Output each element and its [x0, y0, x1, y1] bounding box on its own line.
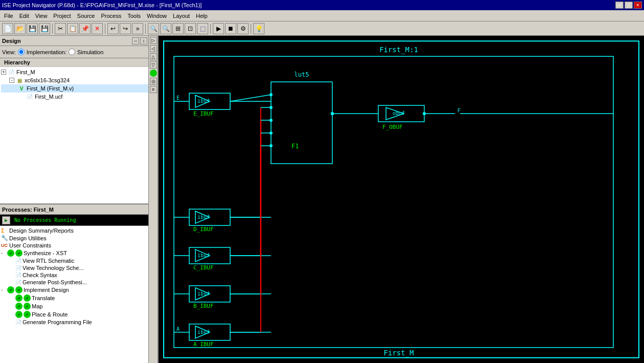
menu-view[interactable]: View — [32, 12, 51, 20]
design-header: Design ↔ ↕ ✕ — [0, 36, 158, 46]
side-btn-2[interactable]: ◁ — [150, 45, 157, 52]
side-btn-6[interactable]: ≡ — [150, 86, 157, 93]
proc-implement-label: Implement Design — [24, 287, 69, 293]
green-check-pr: ✓ — [15, 311, 23, 318]
tree-expand-first-m[interactable]: + — [1, 70, 6, 75]
open-btn[interactable]: 📂 — [14, 23, 26, 34]
zoom-btn[interactable]: 🔍 — [160, 23, 171, 34]
proc-view-tech-label: View Technology Sche... — [23, 265, 83, 271]
side-btn-5[interactable]: ◎ — [150, 78, 157, 85]
ucf-icon: 📄 — [26, 93, 34, 100]
toolbar: 📄 📂 💾 💾 ✂ 📋 📌 ✕ ↩ ↪ » 🔍 🔍 ⊞ ⊡ ⬚ ▶ ⏹ ⚙ 💡 — [0, 21, 644, 36]
paste-btn[interactable]: 📌 — [79, 23, 91, 34]
menu-process[interactable]: Process — [98, 12, 124, 20]
menu-project[interactable]: Project — [50, 12, 74, 20]
proc-user-constraints[interactable]: UC User Constraints — [1, 242, 157, 249]
chip-icon-xc6slx16: ▦ — [15, 77, 24, 84]
menu-source[interactable]: Source — [74, 12, 98, 20]
syntax-icon: 📄 — [15, 273, 21, 278]
menu-layout[interactable]: Layout — [170, 12, 193, 20]
process-tree-area: Σ Design Summary/Reports 🔧 Design Utilit… — [0, 226, 158, 363]
expand-implement[interactable]: - — [1, 287, 7, 292]
maximize-btn[interactable]: □ — [625, 2, 633, 9]
settings-btn[interactable]: ⚙ — [237, 23, 249, 34]
menu-help[interactable]: Help — [193, 12, 211, 20]
proc-place-route[interactable]: ✓ ✓ Place & Route — [1, 310, 157, 319]
uc-icon: UC — [1, 243, 9, 248]
tree-label-xc6slx16: xc6slx16-3csg324 — [25, 77, 70, 83]
main-content: Design ↔ ↕ ✕ View: Implementation: Simul… — [0, 36, 644, 363]
redo-btn[interactable]: ↪ — [120, 23, 131, 34]
proc-check-syntax[interactable]: 📄 Check Syntax — [1, 271, 157, 279]
cut-btn[interactable]: ✂ — [55, 23, 66, 34]
proc-translate-label: Translate — [32, 295, 55, 301]
simulation-tab[interactable]: Simulation — [77, 49, 103, 55]
view-label: View: — [2, 49, 16, 55]
title-bar-title: ISE Project Navigator (P.68d) - E:\FPGA\… — [2, 2, 202, 8]
proc-gen-post[interactable]: 📄 Generate Post-Synthesi... — [1, 279, 157, 286]
simulation-radio[interactable] — [69, 49, 75, 55]
top-label: First_M:1 — [380, 46, 418, 54]
proc-translate[interactable]: ✓ ✓ Translate — [1, 294, 157, 302]
proc-view-rtl[interactable]: 📄 View RTL Schematic — [1, 257, 157, 264]
undo-btn[interactable]: ↩ — [107, 23, 119, 34]
tree-first-m[interactable]: + 📄 First_M — [1, 68, 157, 76]
tree-xc6slx16[interactable]: - ▦ xc6slx16-3csg324 — [1, 76, 157, 84]
design-expand-btn[interactable]: ↕ — [140, 37, 147, 44]
stop-btn[interactable]: ⏹ — [225, 23, 236, 34]
side-btn-3[interactable]: △ — [150, 53, 157, 60]
minimize-btn[interactable]: — — [615, 2, 624, 9]
side-btn-4[interactable]: ▽ — [150, 61, 157, 69]
menu-file[interactable]: File — [1, 12, 16, 20]
proc-map[interactable]: ✓ ✓ Map — [1, 302, 157, 310]
process-run-btn[interactable]: ▶ — [2, 216, 10, 224]
zoom2-btn[interactable]: ⊡ — [185, 23, 196, 34]
schematic-area[interactable]: First_M:1 First_M E ibuf E_IBUF ibuf — [159, 36, 644, 363]
help-btn[interactable]: 💡 — [253, 23, 264, 34]
menu-window[interactable]: Window — [144, 12, 170, 20]
new-btn[interactable]: 📄 — [2, 23, 13, 34]
copy-btn[interactable]: 📋 — [67, 23, 78, 34]
tree-first-m-ucf[interactable]: 📄 First_M.ucf — [1, 93, 157, 101]
select-btn[interactable]: ⬚ — [197, 23, 208, 34]
sep3 — [145, 24, 146, 34]
delete-btn[interactable]: ✕ — [92, 23, 103, 34]
close-btn[interactable]: ✕ — [634, 2, 642, 9]
hierarchy-label: Hierarchy — [0, 58, 158, 67]
proc-utilities[interactable]: 🔧 Design Utilities — [1, 234, 157, 242]
svg-text:E: E — [176, 95, 180, 101]
sigma-icon: Σ — [1, 228, 9, 234]
fit-btn[interactable]: ⊞ — [172, 23, 184, 34]
proc-implement[interactable]: - ✓ ✓ Implement Design — [1, 286, 157, 294]
sep2 — [105, 24, 105, 34]
save-btn[interactable]: 💾 — [27, 23, 38, 34]
tree-expand-xc6slx16[interactable]: - — [9, 78, 14, 83]
tree-first-m-v[interactable]: V First_M (First_M.v) — [1, 84, 157, 93]
svg-text:F: F — [457, 108, 460, 114]
expand-synthesize[interactable]: - — [1, 251, 7, 256]
side-btn-1[interactable]: ▷ — [150, 37, 157, 44]
search-btn[interactable]: 🔍 — [148, 23, 159, 34]
menu-tools[interactable]: Tools — [124, 12, 144, 20]
proc-gen-prog[interactable]: 📄 Generate Programming File — [1, 319, 157, 326]
side-btn-green[interactable] — [150, 70, 157, 77]
svg-rect-0 — [164, 41, 639, 357]
menu-edit[interactable]: Edit — [16, 12, 32, 20]
implementation-tab[interactable]: Implementation: — [27, 49, 66, 55]
save-all-btn[interactable]: 💾 — [39, 23, 50, 34]
proc-view-tech[interactable]: 📄 View Technology Sche... — [1, 264, 157, 271]
title-bar-controls: — □ ✕ — [615, 2, 642, 9]
green-check-impl: ✓ — [7, 286, 14, 293]
rtl-icon: 📄 — [15, 258, 21, 264]
process-status-bar: ▶ No Processes Running — [0, 215, 158, 226]
view-tabs: View: Implementation: Simulation — [0, 46, 158, 58]
design-resize-btn[interactable]: ↔ — [132, 37, 139, 44]
proc-synthesize[interactable]: - ✓ ✓ Synthesize - XST — [1, 249, 157, 257]
green-check-map: ✓ — [15, 303, 23, 310]
more-btn[interactable]: » — [132, 23, 143, 34]
design-title: Design — [2, 38, 21, 44]
run-btn[interactable]: ▶ — [213, 23, 224, 34]
implementation-radio[interactable] — [18, 49, 25, 55]
proc-summary[interactable]: Σ Design Summary/Reports — [1, 227, 157, 234]
proc-gen-prog-label: Generate Programming File — [23, 319, 92, 325]
